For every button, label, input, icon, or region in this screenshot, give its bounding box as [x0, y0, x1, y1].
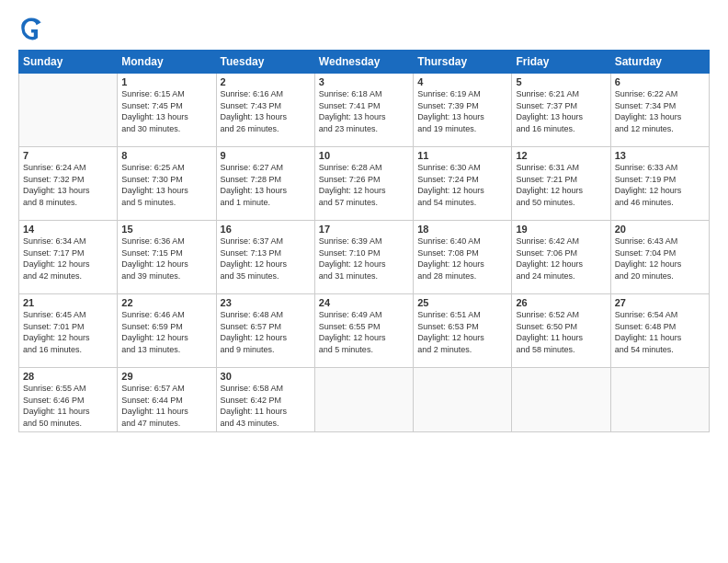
cell-info: Sunrise: 6:19 AMSunset: 7:39 PMDaylight:…	[417, 88, 507, 134]
day-number: 29	[121, 371, 211, 382]
calendar-cell: 6Sunrise: 6:22 AMSunset: 7:34 PMDaylight…	[610, 74, 709, 147]
col-header-wednesday: Wednesday	[314, 51, 413, 74]
logo	[18, 15, 48, 40]
day-number: 15	[121, 224, 211, 235]
calendar-cell	[512, 368, 610, 432]
calendar-cell: 9Sunrise: 6:27 AMSunset: 7:28 PMDaylight…	[216, 147, 314, 221]
cell-info: Sunrise: 6:16 AMSunset: 7:43 PMDaylight:…	[221, 88, 311, 134]
col-header-monday: Monday	[118, 51, 216, 74]
cell-info: Sunrise: 6:46 AMSunset: 6:59 PMDaylight:…	[121, 309, 211, 355]
calendar-cell: 17Sunrise: 6:39 AMSunset: 7:10 PMDayligh…	[314, 221, 413, 294]
calendar-cell: 21Sunrise: 6:45 AMSunset: 7:01 PMDayligh…	[19, 294, 118, 368]
day-number: 6	[615, 76, 705, 87]
calendar-cell: 25Sunrise: 6:51 AMSunset: 6:53 PMDayligh…	[414, 294, 512, 368]
cell-info: Sunrise: 6:54 AMSunset: 6:48 PMDaylight:…	[615, 309, 705, 355]
day-number: 24	[319, 297, 409, 308]
calendar-cell	[314, 368, 413, 432]
calendar-cell: 15Sunrise: 6:36 AMSunset: 7:15 PMDayligh…	[118, 221, 216, 294]
day-number: 7	[23, 150, 113, 161]
page-header	[18, 15, 710, 40]
calendar-cell: 8Sunrise: 6:25 AMSunset: 7:30 PMDaylight…	[118, 147, 216, 221]
calendar-cell: 18Sunrise: 6:40 AMSunset: 7:08 PMDayligh…	[414, 221, 512, 294]
calendar-cell: 27Sunrise: 6:54 AMSunset: 6:48 PMDayligh…	[610, 294, 709, 368]
day-number: 5	[516, 76, 606, 87]
calendar-header-row: SundayMondayTuesdayWednesdayThursdayFrid…	[19, 51, 710, 74]
day-number: 22	[121, 297, 211, 308]
day-number: 21	[23, 297, 113, 308]
day-number: 9	[221, 150, 311, 161]
day-number: 3	[319, 76, 409, 87]
calendar-cell: 3Sunrise: 6:18 AMSunset: 7:41 PMDaylight…	[314, 74, 413, 147]
cell-info: Sunrise: 6:36 AMSunset: 7:15 PMDaylight:…	[121, 236, 211, 282]
day-number: 23	[221, 297, 311, 308]
calendar-cell: 19Sunrise: 6:42 AMSunset: 7:06 PMDayligh…	[512, 221, 610, 294]
day-number: 8	[121, 150, 211, 161]
calendar-row: 1Sunrise: 6:15 AMSunset: 7:45 PMDaylight…	[19, 74, 710, 147]
day-number: 30	[221, 371, 311, 382]
calendar-table: SundayMondayTuesdayWednesdayThursdayFrid…	[18, 50, 710, 432]
calendar-cell	[610, 368, 709, 432]
day-number: 4	[417, 76, 507, 87]
calendar-cell: 2Sunrise: 6:16 AMSunset: 7:43 PMDaylight…	[216, 74, 314, 147]
cell-info: Sunrise: 6:43 AMSunset: 7:04 PMDaylight:…	[615, 236, 705, 282]
day-number: 28	[23, 371, 113, 382]
calendar-cell: 4Sunrise: 6:19 AMSunset: 7:39 PMDaylight…	[414, 74, 512, 147]
day-number: 2	[221, 76, 311, 87]
calendar-cell: 20Sunrise: 6:43 AMSunset: 7:04 PMDayligh…	[610, 221, 709, 294]
col-header-sunday: Sunday	[19, 51, 118, 74]
cell-info: Sunrise: 6:42 AMSunset: 7:06 PMDaylight:…	[516, 236, 606, 282]
cell-info: Sunrise: 6:30 AMSunset: 7:24 PMDaylight:…	[417, 162, 507, 208]
day-number: 14	[23, 224, 113, 235]
cell-info: Sunrise: 6:33 AMSunset: 7:19 PMDaylight:…	[615, 162, 705, 208]
calendar-cell: 10Sunrise: 6:28 AMSunset: 7:26 PMDayligh…	[314, 147, 413, 221]
calendar-cell: 24Sunrise: 6:49 AMSunset: 6:55 PMDayligh…	[314, 294, 413, 368]
cell-info: Sunrise: 6:52 AMSunset: 6:50 PMDaylight:…	[516, 309, 606, 355]
day-number: 25	[417, 297, 507, 308]
day-number: 13	[615, 150, 705, 161]
cell-info: Sunrise: 6:24 AMSunset: 7:32 PMDaylight:…	[23, 162, 113, 208]
day-number: 27	[615, 297, 705, 308]
day-number: 19	[516, 224, 606, 235]
cell-info: Sunrise: 6:40 AMSunset: 7:08 PMDaylight:…	[417, 236, 507, 282]
calendar-row: 7Sunrise: 6:24 AMSunset: 7:32 PMDaylight…	[19, 147, 710, 221]
cell-info: Sunrise: 6:49 AMSunset: 6:55 PMDaylight:…	[319, 309, 409, 355]
cell-info: Sunrise: 6:48 AMSunset: 6:57 PMDaylight:…	[221, 309, 311, 355]
cell-info: Sunrise: 6:34 AMSunset: 7:17 PMDaylight:…	[23, 236, 113, 282]
calendar-cell: 1Sunrise: 6:15 AMSunset: 7:45 PMDaylight…	[118, 74, 216, 147]
day-number: 11	[417, 150, 507, 161]
cell-info: Sunrise: 6:45 AMSunset: 7:01 PMDaylight:…	[23, 309, 113, 355]
cell-info: Sunrise: 6:15 AMSunset: 7:45 PMDaylight:…	[121, 88, 211, 134]
col-header-thursday: Thursday	[414, 51, 512, 74]
cell-info: Sunrise: 6:39 AMSunset: 7:10 PMDaylight:…	[319, 236, 409, 282]
cell-info: Sunrise: 6:27 AMSunset: 7:28 PMDaylight:…	[221, 162, 311, 208]
day-number: 20	[615, 224, 705, 235]
col-header-saturday: Saturday	[610, 51, 709, 74]
calendar-cell: 23Sunrise: 6:48 AMSunset: 6:57 PMDayligh…	[216, 294, 314, 368]
calendar-cell	[19, 74, 118, 147]
calendar-cell: 22Sunrise: 6:46 AMSunset: 6:59 PMDayligh…	[118, 294, 216, 368]
cell-info: Sunrise: 6:57 AMSunset: 6:44 PMDaylight:…	[121, 383, 211, 429]
calendar-cell: 5Sunrise: 6:21 AMSunset: 7:37 PMDaylight…	[512, 74, 610, 147]
calendar-cell: 14Sunrise: 6:34 AMSunset: 7:17 PMDayligh…	[19, 221, 118, 294]
cell-info: Sunrise: 6:21 AMSunset: 7:37 PMDaylight:…	[516, 88, 606, 134]
cell-info: Sunrise: 6:37 AMSunset: 7:13 PMDaylight:…	[221, 236, 311, 282]
cell-info: Sunrise: 6:25 AMSunset: 7:30 PMDaylight:…	[121, 162, 211, 208]
cell-info: Sunrise: 6:18 AMSunset: 7:41 PMDaylight:…	[319, 88, 409, 134]
calendar-row: 21Sunrise: 6:45 AMSunset: 7:01 PMDayligh…	[19, 294, 710, 368]
calendar-cell: 13Sunrise: 6:33 AMSunset: 7:19 PMDayligh…	[610, 147, 709, 221]
cell-info: Sunrise: 6:31 AMSunset: 7:21 PMDaylight:…	[516, 162, 606, 208]
calendar-cell: 7Sunrise: 6:24 AMSunset: 7:32 PMDaylight…	[19, 147, 118, 221]
calendar-cell: 29Sunrise: 6:57 AMSunset: 6:44 PMDayligh…	[118, 368, 216, 432]
calendar-cell: 30Sunrise: 6:58 AMSunset: 6:42 PMDayligh…	[216, 368, 314, 432]
col-header-tuesday: Tuesday	[216, 51, 314, 74]
calendar-cell: 12Sunrise: 6:31 AMSunset: 7:21 PMDayligh…	[512, 147, 610, 221]
day-number: 18	[417, 224, 507, 235]
calendar-cell: 26Sunrise: 6:52 AMSunset: 6:50 PMDayligh…	[512, 294, 610, 368]
day-number: 10	[319, 150, 409, 161]
cell-info: Sunrise: 6:22 AMSunset: 7:34 PMDaylight:…	[615, 88, 705, 134]
calendar-cell: 16Sunrise: 6:37 AMSunset: 7:13 PMDayligh…	[216, 221, 314, 294]
calendar-cell: 11Sunrise: 6:30 AMSunset: 7:24 PMDayligh…	[414, 147, 512, 221]
day-number: 17	[319, 224, 409, 235]
calendar-row: 28Sunrise: 6:55 AMSunset: 6:46 PMDayligh…	[19, 368, 710, 432]
cell-info: Sunrise: 6:58 AMSunset: 6:42 PMDaylight:…	[221, 383, 311, 429]
